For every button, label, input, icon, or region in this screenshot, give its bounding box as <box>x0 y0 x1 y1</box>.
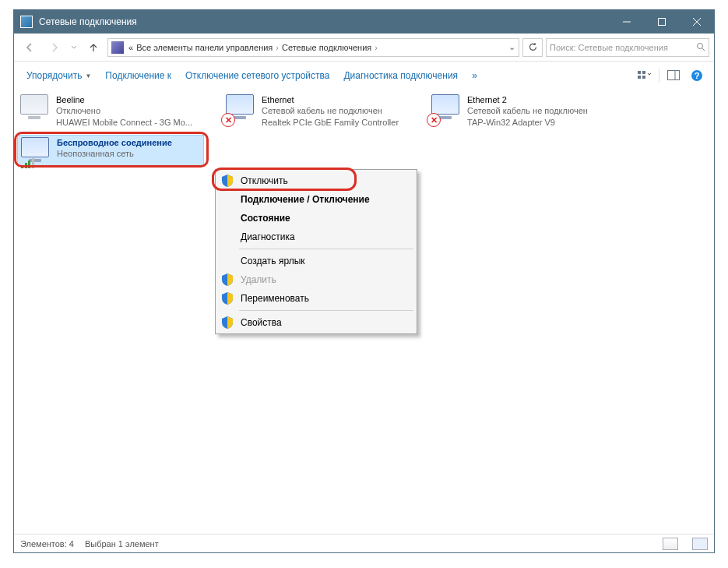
chevron-down-icon: ▼ <box>85 72 91 79</box>
details-view-button[interactable] <box>663 538 678 550</box>
network-icon <box>21 137 52 168</box>
connection-device: Realtek PCIe GbE Family Controller <box>262 117 399 128</box>
large-icons-view-button[interactable] <box>692 538 708 550</box>
location-icon <box>111 41 124 54</box>
recent-dropdown[interactable] <box>69 38 79 57</box>
status-selected: Выбран 1 элемент <box>85 539 159 549</box>
search-input[interactable]: Поиск: Сетевые подключения <box>546 38 709 57</box>
connection-name: Ethernet <box>262 94 399 105</box>
connection-status: Отключено <box>56 105 192 116</box>
shield-icon <box>222 292 233 305</box>
ctx-separator <box>239 310 413 311</box>
error-badge-icon: ✕ <box>427 113 441 127</box>
svg-rect-9 <box>642 76 645 79</box>
refresh-button[interactable] <box>522 38 543 57</box>
context-menu: Отключить Подключение / Отключение Состо… <box>215 169 417 334</box>
toolbar-divider <box>659 69 659 83</box>
address-dropdown-icon[interactable]: ⌄ <box>505 42 519 52</box>
ctx-diagnostics[interactable]: Диагностика <box>217 228 415 246</box>
connection-name: Ethernet 2 <box>467 94 588 105</box>
close-button[interactable] <box>679 10 714 34</box>
error-badge-icon: ✕ <box>221 113 235 127</box>
connection-status: Сетевой кабель не подключен <box>467 105 588 116</box>
svg-rect-10 <box>668 71 680 80</box>
diagnose-button[interactable]: Диагностика подключения <box>337 65 464 86</box>
search-icon <box>696 42 705 53</box>
svg-rect-1 <box>658 19 665 26</box>
breadcrumb-sep-icon[interactable]: › <box>274 43 280 52</box>
connection-wireless[interactable]: Беспроводное соединение Неопознанная сет… <box>17 135 204 166</box>
status-bar: Элементов: 4 Выбран 1 элемент <box>14 534 714 552</box>
ctx-properties[interactable]: Свойства <box>217 313 415 332</box>
maximize-button[interactable] <box>644 10 679 34</box>
forward-button[interactable] <box>44 38 65 57</box>
more-toolbar-button[interactable]: » <box>466 65 484 86</box>
connect-to-button[interactable]: Подключение к <box>99 65 178 86</box>
ctx-delete: Удалить <box>217 270 415 289</box>
minimize-button[interactable] <box>609 10 644 34</box>
breadcrumb-2[interactable]: Сетевые подключения <box>280 43 373 52</box>
connection-ethernet[interactable]: ✕ Ethernet Сетевой кабель не подключен R… <box>223 93 417 130</box>
shield-icon <box>222 316 233 329</box>
svg-line-5 <box>702 48 705 51</box>
back-button[interactable] <box>19 38 40 57</box>
ctx-connect-disconnect[interactable]: Подключение / Отключение <box>217 190 415 209</box>
svg-text:?: ? <box>695 71 700 80</box>
titlebar: Сетевые подключения <box>14 10 714 34</box>
shield-icon <box>222 175 233 187</box>
ctx-shortcut[interactable]: Создать ярлык <box>217 252 415 270</box>
view-options-button[interactable] <box>634 66 656 85</box>
content-area[interactable]: Beeline Отключено HUAWEI Mobile Connect … <box>14 90 714 534</box>
preview-pane-button[interactable] <box>663 66 684 85</box>
svg-rect-8 <box>638 76 641 79</box>
ctx-separator <box>239 249 413 249</box>
toolbar: Упорядочить▼ Подключение к Отключение се… <box>14 62 714 90</box>
network-icon: ✕ <box>226 94 257 125</box>
ctx-state[interactable]: Состояние <box>217 209 415 228</box>
shield-icon <box>222 273 233 286</box>
breadcrumb-prefix[interactable]: « <box>127 43 135 52</box>
address-bar-row: « Все элементы панели управления › Сетев… <box>14 34 714 62</box>
breadcrumb-sep-icon[interactable]: › <box>373 43 379 52</box>
network-icon <box>20 94 51 125</box>
app-icon <box>20 16 33 28</box>
ctx-disable[interactable]: Отключить <box>217 171 415 190</box>
connection-status: Сетевой кабель не подключен <box>262 105 399 116</box>
ctx-rename[interactable]: Переименовать <box>217 289 415 308</box>
connection-beeline[interactable]: Beeline Отключено HUAWEI Mobile Connect … <box>17 93 212 130</box>
svg-rect-7 <box>642 71 645 74</box>
connection-name: Беспроводное соединение <box>57 137 172 148</box>
window-title: Сетевые подключения <box>39 16 609 27</box>
connection-status: Неопознанная сеть <box>57 148 172 159</box>
disable-device-button[interactable]: Отключение сетевого устройства <box>179 65 336 86</box>
svg-point-4 <box>698 43 703 48</box>
address-bar[interactable]: « Все элементы панели управления › Сетев… <box>107 38 519 57</box>
connection-name: Beeline <box>56 94 192 105</box>
help-button[interactable]: ? <box>686 66 708 85</box>
connection-ethernet2[interactable]: ✕ Ethernet 2 Сетевой кабель не подключен… <box>428 93 623 130</box>
svg-rect-6 <box>638 71 641 74</box>
breadcrumb-1[interactable]: Все элементы панели управления <box>135 43 274 52</box>
status-count: Элементов: 4 <box>20 539 74 549</box>
up-button[interactable] <box>83 38 104 57</box>
connection-device: TAP-Win32 Adapter V9 <box>467 117 588 128</box>
signal-bars-icon <box>21 158 34 168</box>
network-icon: ✕ <box>431 94 462 125</box>
organize-button[interactable]: Упорядочить▼ <box>20 65 97 86</box>
window: Сетевые подключения « Все элементы панел… <box>13 9 715 553</box>
search-placeholder: Поиск: Сетевые подключения <box>550 43 668 52</box>
connection-device: HUAWEI Mobile Connect - 3G Mo... <box>56 117 192 128</box>
